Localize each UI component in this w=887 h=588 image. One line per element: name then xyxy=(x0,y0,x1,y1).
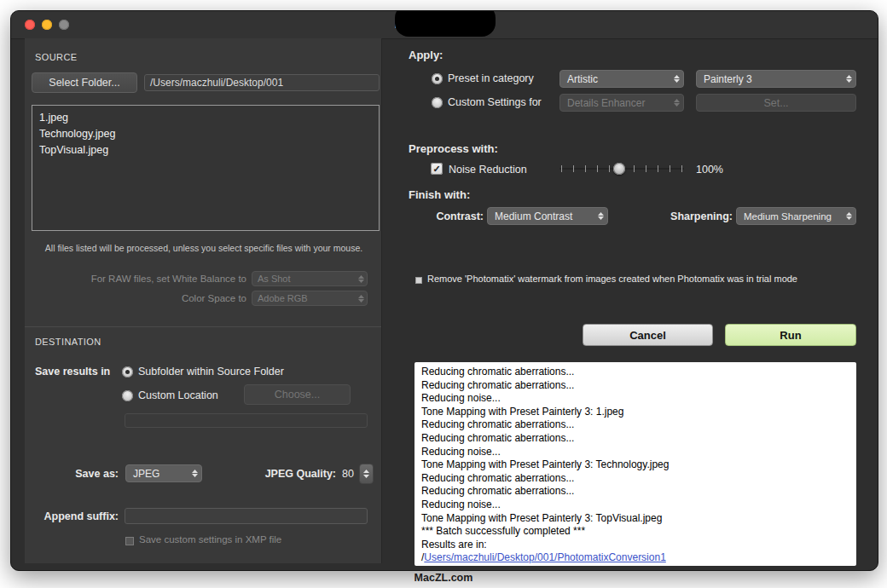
file-list[interactable]: 1.jpegTechnology.jpegTopVisual.jpeg xyxy=(32,105,380,231)
preprocess-heading: Preprocess with: xyxy=(409,142,498,155)
chevron-up-down-icon xyxy=(846,212,852,220)
stepper-down-icon xyxy=(363,475,369,478)
slider-tick xyxy=(597,165,598,172)
custom-location-radio[interactable] xyxy=(122,390,133,401)
sharpening-select[interactable]: Medium Sharpening xyxy=(736,207,856,225)
section-divider xyxy=(25,326,381,327)
noise-reduction-label[interactable]: Noise Reduction xyxy=(449,164,527,176)
append-suffix-label: Append suffix: xyxy=(32,510,119,522)
remove-watermark-checkbox[interactable] xyxy=(415,277,422,284)
sharpening-label: Sharpening: xyxy=(656,210,733,222)
file-list-item[interactable]: 1.jpeg xyxy=(39,110,372,126)
append-suffix-field[interactable] xyxy=(125,508,368,524)
redaction-blob-bump xyxy=(436,11,461,21)
preset-category-value: Artistic xyxy=(567,73,598,85)
raw-white-balance-value: As Shot xyxy=(258,274,291,284)
apply-heading: Apply: xyxy=(409,49,443,61)
log-line: Reducing noise... xyxy=(421,499,849,512)
log-line: Reducing chromatic aberrations... xyxy=(421,432,849,446)
chevron-up-down-icon xyxy=(358,295,364,303)
log-line: Reducing chromatic aberrations... xyxy=(421,485,849,499)
check-icon: ✓ xyxy=(432,164,440,174)
sharpening-value: Medium Sharpening xyxy=(744,211,832,222)
raw-white-balance-label: For RAW files, set White Balance to xyxy=(32,274,246,284)
slider-tick xyxy=(681,165,682,172)
file-list-item[interactable]: TopVisual.jpeg xyxy=(39,142,372,159)
color-space-value: Adobe RGB xyxy=(258,293,308,303)
slider-tick xyxy=(634,165,635,172)
log-output[interactable]: Reducing chromatic aberrations...Reducin… xyxy=(415,362,856,566)
source-folder-path-field[interactable]: /Users/maczhuli/Desktop/001 xyxy=(144,74,380,91)
cancel-button[interactable]: Cancel xyxy=(583,324,713,346)
subfolder-radio[interactable] xyxy=(122,366,133,378)
slider-tick xyxy=(585,165,586,172)
custom-location-path-field xyxy=(125,413,368,428)
preset-name-select[interactable]: Painterly 3 xyxy=(696,70,856,88)
stepper-up-icon xyxy=(363,470,369,473)
noise-reduction-checkbox[interactable]: ✓ xyxy=(431,163,443,175)
save-results-label: Save results in xyxy=(35,366,110,378)
custom-location-radio-label[interactable]: Custom Location xyxy=(138,389,218,401)
chevron-up-down-icon xyxy=(674,99,680,107)
run-button[interactable]: Run xyxy=(725,324,856,346)
remove-watermark-label[interactable]: Remove 'Photomatix' watermark from image… xyxy=(427,274,797,284)
results-folder-link[interactable]: Users/maczhuli/Desktop/001/PhotomatixCon… xyxy=(424,551,665,563)
preset-category-select[interactable]: Artistic xyxy=(559,70,684,88)
noise-reduction-slider[interactable] xyxy=(559,163,684,175)
custom-method-value: Details Enhancer xyxy=(567,97,645,109)
chevron-up-down-icon xyxy=(598,212,604,220)
set-custom-settings-button: Set... xyxy=(696,94,856,112)
chevron-up-down-icon xyxy=(846,75,852,83)
log-lines: Reducing chromatic aberrations...Reducin… xyxy=(421,366,849,551)
xmp-checkbox-label: Save custom settings in XMP file xyxy=(139,534,281,545)
subfolder-radio-label[interactable]: Subfolder within Source Folder xyxy=(138,366,284,378)
jpeg-quality-stepper[interactable] xyxy=(359,464,374,484)
raw-white-balance-select: As Shot xyxy=(252,271,368,286)
log-line: Reducing chromatic aberrations... xyxy=(421,379,849,393)
log-line: Results are in: xyxy=(421,539,849,552)
file-list-item[interactable]: Technology.jpeg xyxy=(39,126,372,142)
save-as-value: JPEG xyxy=(133,468,159,480)
slider-tick xyxy=(561,165,562,172)
jpeg-quality-value[interactable]: 80 xyxy=(342,468,354,480)
chevron-up-down-icon xyxy=(358,275,364,283)
preset-in-category-label[interactable]: Preset in category xyxy=(448,72,534,84)
page: Batch Single Photos SOURCE Select Folder… xyxy=(0,0,887,588)
jpeg-quality-label: JPEG Quality: xyxy=(221,468,336,480)
left-panel: SOURCE Select Folder... /Users/maczhuli/… xyxy=(25,38,382,563)
color-space-select: Adobe RGB xyxy=(252,291,368,306)
noise-reduction-value: 100% xyxy=(696,164,723,176)
destination-heading: DESTINATION xyxy=(35,337,101,347)
slider-tick xyxy=(609,165,610,172)
contrast-value: Medium Contrast xyxy=(495,210,572,222)
slider-tick xyxy=(658,165,658,172)
preset-in-category-radio[interactable] xyxy=(432,73,443,84)
log-line: Tone Mapping with Preset Painterly 3: To… xyxy=(421,512,849,526)
custom-method-select: Details Enhancer xyxy=(559,94,684,112)
contrast-select[interactable]: Medium Contrast xyxy=(487,207,608,225)
slider-tick xyxy=(670,165,670,172)
custom-settings-label[interactable]: Custom Settings for xyxy=(448,96,542,108)
log-line: Reducing chromatic aberrations... xyxy=(421,472,849,486)
color-space-label: Color Space to xyxy=(32,293,246,303)
log-line: Reducing chromatic aberrations... xyxy=(421,366,849,379)
log-line: Tone Mapping with Preset Painterly 3: Te… xyxy=(421,458,849,472)
app-window: Batch Single Photos SOURCE Select Folder… xyxy=(10,10,878,571)
file-list-note: All files listed will be processed, unle… xyxy=(28,243,380,253)
save-as-select[interactable]: JPEG xyxy=(125,464,202,482)
log-line: Reducing chromatic aberrations... xyxy=(421,418,849,432)
slider-tick xyxy=(646,165,646,172)
log-line: Tone Mapping with Preset Painterly 3: 1.… xyxy=(421,406,849,419)
xmp-checkbox xyxy=(125,537,134,545)
finish-heading: Finish with: xyxy=(409,188,470,201)
slider-tick xyxy=(573,165,574,172)
log-line: Reducing noise... xyxy=(421,446,849,459)
footer-brand: MacZL.com xyxy=(0,572,887,584)
preset-name-value: Painterly 3 xyxy=(704,73,752,85)
slider-thumb[interactable] xyxy=(613,163,625,175)
contrast-label: Contrast: xyxy=(403,210,484,222)
save-as-label: Save as: xyxy=(32,468,119,480)
chevron-up-down-icon xyxy=(674,75,680,83)
custom-settings-radio[interactable] xyxy=(432,97,443,108)
select-folder-button[interactable]: Select Folder... xyxy=(32,72,137,93)
